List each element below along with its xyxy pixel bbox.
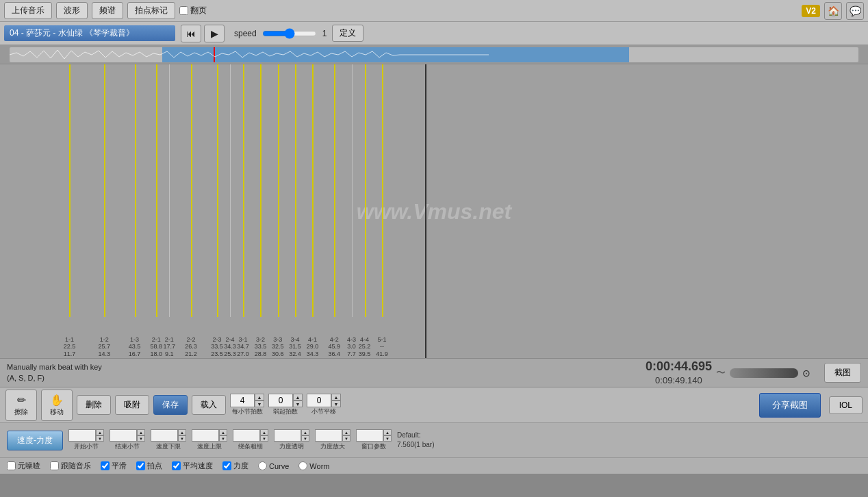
save-btn[interactable]: 保存 (153, 395, 188, 415)
attach-btn[interactable]: 吸附 (115, 395, 149, 415)
delete-btn[interactable]: 删除 (77, 395, 111, 415)
beat-label-4-3: 4-33.07.7 (347, 336, 356, 358)
weak-beat-input[interactable] (268, 394, 293, 407)
beats-checkbox[interactable] (136, 461, 145, 470)
smooth-checkbox[interactable] (101, 461, 110, 470)
beats-check: 拍点 (136, 461, 162, 471)
beat-label-3-1: 3-134.727.0 (237, 336, 249, 358)
end-bar-down[interactable]: ▼ (137, 435, 145, 442)
top-right-icons: V2 🏠 💬 (802, 2, 864, 20)
erase-label: 擦除 (14, 407, 28, 417)
bar-end-arrows: ▲ ▼ (331, 394, 341, 407)
pitch-btn[interactable]: 频谱 (92, 2, 123, 19)
speed-max-down[interactable]: ▼ (219, 435, 227, 442)
track-name: 04 - 萨莎元 - 水仙绿 《琴学裁普》 (4, 25, 175, 41)
home-btn[interactable]: 🏠 (824, 2, 842, 20)
window-input[interactable] (356, 429, 383, 442)
force-scale-up[interactable]: ▲ (342, 429, 350, 435)
upload-music-btn[interactable]: 上传音乐 (4, 2, 52, 19)
iol-btn[interactable]: IOL (829, 396, 863, 414)
share-screenshot-btn[interactable]: 分享截图 (759, 393, 821, 418)
speed-max-input[interactable] (192, 429, 219, 442)
line-width-up[interactable]: ▲ (260, 429, 268, 435)
beats-per-bar-input[interactable] (230, 394, 255, 407)
worm-radio-label: Worm (298, 461, 329, 470)
beat-label-2-2: 2-226.321.2 (185, 336, 197, 358)
bar-end-up[interactable]: ▲ (331, 394, 341, 400)
bar-end-input[interactable] (307, 394, 331, 407)
beats-per-bar-up[interactable]: ▲ (255, 394, 264, 400)
beat-label-3-4: 3-431.532.4 (289, 336, 301, 358)
beat-btn[interactable]: 拍点标记 (127, 2, 175, 19)
start-bar-down[interactable]: ▼ (96, 435, 104, 442)
start-bar-up[interactable]: ▲ (96, 429, 104, 435)
force-trans-down[interactable]: ▼ (301, 435, 309, 442)
force-scale-input[interactable] (315, 429, 342, 442)
follow-music-checkbox[interactable] (50, 461, 59, 470)
beat-label-4-2: 4-245.936.4 (328, 336, 340, 358)
beats-per-bar-down[interactable]: ▼ (255, 400, 264, 407)
line-width-down[interactable]: ▼ (260, 435, 268, 442)
transport-buttons: ⏮ ▶ (181, 25, 225, 42)
window-up[interactable]: ▲ (383, 429, 392, 435)
move-btn[interactable]: ✋ 移动 (41, 390, 73, 421)
force-scale-group: ▲ ▼ 力度放大 (315, 429, 350, 451)
waveform-wave-visual (10, 47, 858, 62)
force-trans-label: 力度透明 (279, 442, 304, 451)
screenshot-btn[interactable]: 截图 (824, 363, 861, 383)
speed-min-up[interactable]: ▲ (178, 429, 186, 435)
worm-radio[interactable] (298, 461, 307, 470)
beat-line-3-1 (243, 64, 244, 317)
weak-beat-down[interactable]: ▼ (293, 400, 303, 407)
speed-slider[interactable] (262, 28, 317, 39)
weak-beat-up[interactable]: ▲ (293, 394, 303, 400)
force-checkbox[interactable] (222, 461, 231, 470)
weak-beat-label: 弱起拍数 (273, 407, 298, 416)
beat-label-3-3: 3-332.530.6 (272, 336, 284, 358)
start-bar-input[interactable] (68, 429, 96, 442)
window-down[interactable]: ▼ (383, 435, 392, 442)
controls-row: ✏ 擦除 ✋ 移动 删除 吸附 保存 载入 ▲ ▼ 每小节拍数 ▲ ▼ (0, 387, 868, 423)
no-noise-checkbox[interactable] (7, 461, 16, 470)
load-btn[interactable]: 载入 (192, 395, 226, 415)
bottom-controls: 速度-力度 ▲ ▼ 开始小节 ▲ ▼ 结束小节 ▲ ▼ 速 (0, 423, 868, 457)
flip-checkbox[interactable] (179, 6, 188, 15)
chat-btn[interactable]: 💬 (846, 2, 864, 20)
speed-force-btn[interactable]: 速度-力度 (7, 431, 63, 450)
force-scale-down[interactable]: ▼ (342, 435, 350, 442)
beat-label-4-4: 4-425.239.5 (359, 336, 371, 358)
end-bar-input[interactable] (110, 429, 137, 442)
force-trans-input[interactable] (274, 429, 301, 442)
line-width-input[interactable] (233, 429, 260, 442)
set-btn[interactable]: 定义 (332, 25, 363, 42)
volume-end-icon: ⊙ (802, 368, 810, 379)
speed-max-up[interactable]: ▲ (219, 429, 227, 435)
erase-icon: ✏ (17, 394, 26, 407)
beat-line-gray-2 (230, 64, 231, 317)
prev-btn[interactable]: ⏮ (181, 25, 201, 42)
current-time: 0:00:44.695 (646, 359, 712, 374)
play-btn[interactable]: ▶ (204, 25, 225, 42)
move-label: 移动 (50, 407, 64, 417)
waveform-btn[interactable]: 波形 (56, 2, 88, 19)
window-group: ▲ ▼ 窗口参数 (356, 429, 392, 451)
beats-per-bar-label: 每小节拍数 (232, 407, 263, 416)
beat-line-1-2 (104, 64, 105, 317)
speed-min-input[interactable] (151, 429, 178, 442)
end-bar-up[interactable]: ▲ (137, 429, 145, 435)
beat-line-gray-1 (169, 64, 170, 317)
beats-per-bar-arrows: ▲ ▼ (255, 394, 264, 407)
erase-btn[interactable]: ✏ 擦除 (5, 390, 37, 421)
waveform-bar[interactable] (10, 47, 858, 62)
bar-end-down[interactable]: ▼ (331, 400, 341, 407)
curve-radio[interactable] (258, 461, 267, 470)
flip-checkbox-label: 翻页 (179, 5, 207, 16)
line-width-label: 绕条粗细 (238, 442, 263, 451)
hint-text: Manually mark beat with key (A, S, D, F) (7, 362, 102, 383)
beat-editor[interactable]: www.Vmus.net 1-122.511.7 1-225.714.3 1-3… (0, 64, 868, 359)
speed-min-down[interactable]: ▼ (178, 435, 186, 442)
avg-speed-checkbox[interactable] (172, 461, 181, 470)
beat-line-2-2 (191, 64, 192, 317)
force-trans-up[interactable]: ▲ (301, 429, 309, 435)
volume-slider[interactable] (730, 368, 798, 378)
